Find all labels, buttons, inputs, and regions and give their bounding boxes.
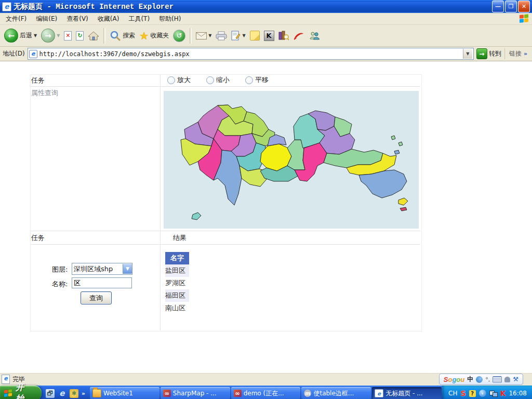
hide-icons-arrow-icon[interactable]: ‹ bbox=[479, 390, 486, 397]
sogou-tray-icon[interactable]: S bbox=[460, 389, 466, 397]
chevron-right-icon: » bbox=[524, 50, 527, 57]
radio-pan-label: 平移 bbox=[255, 75, 269, 85]
taskbar-button-maxthon[interactable]: m 使table边框... bbox=[301, 387, 371, 399]
taskbar: 开始 🗗 e ✱ » WebSite1 ∞ SharpMap - ... ∞ d… bbox=[0, 385, 532, 399]
map-district bbox=[398, 142, 403, 146]
taskbar-clock[interactable]: 16:08 bbox=[509, 390, 527, 397]
kaspersky-toolbar-button[interactable]: K bbox=[262, 30, 276, 42]
history-button[interactable]: ↺ bbox=[171, 29, 188, 43]
network-icon[interactable] bbox=[489, 391, 497, 396]
links-button[interactable]: 链接 » bbox=[504, 48, 529, 59]
result-header: 结果 bbox=[173, 233, 187, 243]
name-input[interactable] bbox=[72, 277, 132, 288]
radio-zoom-in-label: 放大 bbox=[177, 75, 191, 85]
address-url: http://localhost:3967/demo/szwebgis.aspx bbox=[39, 50, 463, 58]
start-button[interactable]: 开始 bbox=[0, 385, 42, 399]
favorites-button[interactable]: ★ 收藏夹 bbox=[137, 30, 171, 42]
moon-icon[interactable] bbox=[476, 376, 483, 383]
mail-icon bbox=[196, 32, 207, 39]
radio-circle-icon[interactable] bbox=[206, 76, 214, 84]
logo-letter: u bbox=[460, 376, 464, 383]
map-image[interactable] bbox=[164, 91, 419, 229]
user-icon[interactable] bbox=[504, 377, 510, 382]
menu-item-help[interactable]: 帮助(H) bbox=[154, 14, 185, 24]
links-label: 链接 bbox=[509, 49, 522, 58]
back-button[interactable]: ← 后退 ▼ bbox=[2, 28, 39, 44]
panel-divider bbox=[31, 231, 420, 231]
minimize-button[interactable]: — bbox=[492, 1, 504, 12]
ime-language-toggle[interactable]: 中 bbox=[467, 375, 473, 384]
taskbar-button-sharpmap[interactable]: ∞ SharpMap - ... bbox=[161, 387, 230, 399]
attribute-query-link[interactable]: 属性查询 bbox=[31, 88, 58, 98]
taskbar-button-ie-active[interactable]: e 无标题页 - ... bbox=[372, 387, 442, 399]
notes-button[interactable] bbox=[248, 30, 262, 42]
radio-zoom-in[interactable]: 放大 bbox=[167, 75, 191, 85]
forward-button[interactable]: → ▼ bbox=[39, 28, 62, 44]
edit-icon bbox=[231, 31, 241, 41]
language-indicator[interactable]: CH bbox=[448, 390, 457, 397]
chevron-right-icon[interactable]: » bbox=[82, 390, 85, 397]
radio-pan[interactable]: 平移 bbox=[245, 75, 269, 85]
taskbar-button-website1[interactable]: WebSite1 bbox=[90, 387, 159, 399]
results-grid-header: 名字 bbox=[165, 252, 189, 264]
messenger-button[interactable] bbox=[307, 30, 322, 42]
go-label: 转到 bbox=[489, 49, 501, 58]
home-button[interactable] bbox=[86, 30, 101, 42]
taskbar-button-label: demo (正在... bbox=[244, 389, 284, 398]
results-grid: 名字 盐田区 罗湖区 福田区 南山区 bbox=[165, 252, 189, 314]
mail-button[interactable]: ▼ bbox=[194, 31, 214, 41]
close-button[interactable]: ✕ bbox=[518, 1, 530, 12]
radio-zoom-out-label: 缩小 bbox=[216, 75, 230, 85]
windows-flag-icon bbox=[4, 389, 13, 397]
stop-button[interactable]: ✕ bbox=[62, 30, 74, 42]
menu-item-tools[interactable]: 工具(T) bbox=[124, 14, 154, 24]
print-button[interactable] bbox=[214, 30, 229, 42]
flashget-button[interactable] bbox=[291, 30, 307, 42]
taskbar-button-label: 无标题页 - ... bbox=[385, 389, 422, 398]
chevron-down-icon[interactable]: ▼ bbox=[123, 264, 132, 274]
menu-item-file[interactable]: 文件(F) bbox=[1, 14, 31, 24]
maxthon-icon: m bbox=[304, 390, 311, 397]
sogou-ime-bar: Sogou 中 °, ⚒ bbox=[439, 374, 523, 385]
radio-circle-icon[interactable] bbox=[245, 76, 253, 84]
go-icon: → bbox=[476, 48, 487, 59]
search-button[interactable]: 搜索 bbox=[108, 29, 137, 43]
ime-punctuation-toggle[interactable]: °, bbox=[485, 376, 490, 383]
keyboard-icon[interactable] bbox=[493, 376, 502, 383]
wrench-icon[interactable]: ⚒ bbox=[513, 376, 518, 383]
toolbar: ← 后退 ▼ → ▼ ✕ ↻ 搜索 ★ 收藏夹 ↺ ▼ bbox=[0, 25, 532, 47]
folder-icon bbox=[92, 389, 101, 397]
address-dropdown-button[interactable]: ▼ bbox=[463, 49, 472, 59]
help-tray-icon[interactable]: ? bbox=[469, 390, 476, 397]
radio-zoom-out[interactable]: 缩小 bbox=[206, 75, 230, 85]
research-button[interactable] bbox=[276, 30, 291, 42]
forward-dropdown-icon: ▼ bbox=[57, 33, 60, 38]
address-input[interactable]: e http://localhost:3967/demo/szwebgis.as… bbox=[28, 48, 474, 60]
radio-circle-icon[interactable] bbox=[167, 76, 175, 84]
menu-item-favorites[interactable]: 收藏(A) bbox=[93, 14, 124, 24]
ie-quicklaunch-icon[interactable]: e bbox=[58, 389, 66, 398]
search-label: 搜索 bbox=[123, 31, 135, 40]
menu-item-view[interactable]: 查看(V) bbox=[62, 14, 93, 24]
taskbar-button-demo[interactable]: ∞ demo (正在... bbox=[231, 387, 301, 399]
show-desktop-icon[interactable]: 🗗 bbox=[46, 389, 55, 398]
menu-item-edit[interactable]: 编辑(E) bbox=[31, 14, 62, 24]
go-button[interactable]: → 转到 bbox=[476, 48, 501, 59]
app-quicklaunch-icon[interactable]: ✱ bbox=[70, 389, 78, 398]
maximize-button[interactable]: ❐ bbox=[505, 1, 517, 12]
edit-button[interactable]: ▼ bbox=[229, 30, 247, 42]
kaspersky-icon: K bbox=[264, 31, 274, 41]
name-label: 名称: bbox=[52, 280, 68, 289]
refresh-button[interactable]: ↻ bbox=[74, 30, 86, 42]
kaspersky-tray-icon[interactable]: K bbox=[500, 389, 506, 397]
visual-studio-icon: ∞ bbox=[234, 390, 242, 397]
layer-label: 图层: bbox=[52, 265, 68, 274]
status-bar: e 完毕 Sogou 中 °, ⚒ bbox=[0, 373, 532, 385]
stop-icon: ✕ bbox=[64, 31, 72, 41]
taskbar-button-label: WebSite1 bbox=[103, 390, 133, 397]
query-button[interactable]: 查询 bbox=[81, 291, 112, 304]
map-tool-radios: 放大 缩小 平移 bbox=[167, 75, 269, 85]
back-icon: ← bbox=[4, 29, 18, 43]
title-bar: e 无标题页 - Microsoft Internet Explorer — ❐… bbox=[0, 0, 532, 13]
layer-select[interactable]: 深圳区域shp ▼ bbox=[72, 263, 132, 275]
